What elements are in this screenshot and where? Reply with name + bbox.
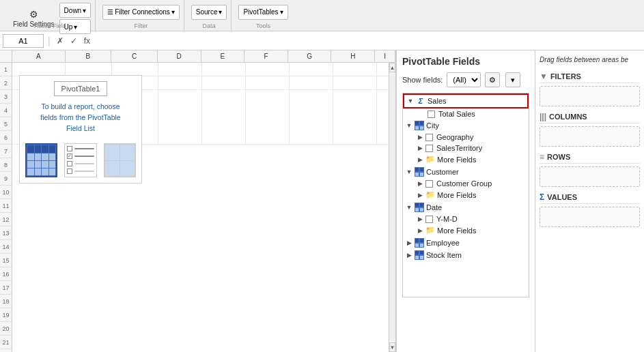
col-header-i[interactable]: I [375,50,395,62]
field-group-city: ▼ City ▶ Geography [403,119,529,166]
values-label: VALUES [547,193,577,201]
checkbox-geography[interactable] [425,134,433,141]
source-btn[interactable]: Source ▾ [191,5,227,20]
col-header-c[interactable]: C [111,50,158,62]
row-num-12: 12 [0,213,12,226]
filter-chevron-icon: ▾ [171,8,175,16]
row-num-4: 4 [0,104,12,117]
cell-a1[interactable] [12,63,66,76]
field-item-total-sales[interactable]: Total Sales [403,108,529,119]
field-item-geography-expand[interactable]: ▶ Geography [403,132,529,143]
down-label: Down [64,7,82,14]
scroll-down-btn[interactable]: ▼ [389,342,395,352]
gear-icon: ⚙ [489,76,496,85]
field-label-customer-group: Customer Group [436,179,492,188]
field-item-date[interactable]: ▼ Date [403,201,529,214]
col-header-f[interactable]: F [244,50,288,62]
vertical-scrollbar[interactable]: ▲ ▼ [389,63,395,352]
col-header-g[interactable]: G [288,50,332,62]
col-headers: A B C D E F G H I [0,50,395,63]
field-label-customer: Customer [426,168,459,176]
field-item-more-fields-city[interactable]: ▶ 📁 More Fields [403,153,529,166]
expand-arrow-more-city[interactable]: ▶ [417,156,423,163]
expand-arrow-customer-group[interactable]: ▶ [417,180,423,187]
cell-h1[interactable] [333,63,377,76]
field-item-ymd[interactable]: ▶ Y-M-D [403,214,529,224]
col-header-h[interactable]: H [331,50,375,62]
field-label-total-sales: Total Sales [438,110,475,118]
filters-drop-zone[interactable] [540,86,640,106]
svg-rect-4 [420,126,423,130]
formula-bar: | ✗ ✓ fx [0,31,644,50]
columns-drop-zone[interactable] [540,126,640,147]
row-num-8: 8 [0,158,12,172]
cell-d1[interactable] [158,63,202,76]
col-header-e[interactable]: E [201,50,245,62]
checkbox-sales-territory[interactable] [425,145,433,152]
show-fields-select[interactable]: (All) [447,72,481,87]
expand-arrow-date[interactable]: ▼ [406,204,412,211]
values-drop-zone[interactable] [540,207,640,227]
down-btn[interactable]: Down ▾ [59,3,92,18]
expand-arrow-sales[interactable]: ▼ [407,98,414,104]
down-chevron-icon: ▾ [83,7,86,14]
more-options-btn[interactable]: ▾ [505,72,520,87]
cancel-formula-icon[interactable]: ✗ [55,36,66,46]
cell-b1[interactable] [66,63,112,76]
pivot-tables-btn[interactable]: PivotTables ▾ [238,5,288,20]
expand-arrow-ymd[interactable]: ▶ [417,216,423,222]
expand-arrow-more-customer[interactable]: ▶ [417,192,423,199]
field-item-more-fields-date[interactable]: ▶ 📁 More Fields [403,224,529,237]
expand-arrow-employee[interactable]: ▶ [406,239,412,246]
formula-separator: | [46,35,52,46]
expand-arrow-more-date[interactable]: ▶ [417,227,423,234]
cell-e1[interactable] [202,63,246,76]
field-item-sales-territory[interactable]: ▶ SalesTerritory [403,143,529,153]
expand-arrow-sales-territory[interactable]: ▶ [417,145,423,151]
cell-f1[interactable] [246,63,290,76]
col-header-b[interactable]: B [66,50,112,62]
col-header-a[interactable]: A [12,50,66,62]
field-label-city: City [426,121,439,130]
col-header-d[interactable]: D [158,50,201,62]
field-item-more-fields-customer[interactable]: ▶ 📁 More Fields [403,189,529,201]
expand-arrow-city[interactable]: ▼ [406,122,412,129]
svg-rect-2 [420,121,423,125]
gear-button[interactable]: ⚙ [485,72,500,87]
expand-arrow-stock-item[interactable]: ▶ [406,252,412,259]
field-item-city[interactable]: ▼ City [403,119,529,132]
filter-connections-btn[interactable]: ☰ Filter Connections ▾ [102,5,180,20]
chevron-down-icon: ▾ [511,76,515,85]
cell-g1[interactable] [290,63,333,76]
field-item-customer[interactable]: ▼ Customer [403,166,529,178]
field-group-sales: ▼ Σ Sales Total Sales [403,93,529,119]
field-item-customer-group[interactable]: ▶ Customer Group [403,178,529,189]
scroll-track[interactable] [389,72,395,342]
svg-rect-22 [420,251,423,254]
scroll-up-btn[interactable]: ▲ [389,63,395,72]
sigma-icon-sales: Σ [416,96,425,106]
row-num-14: 14 [0,240,12,254]
pivot-fields-panel: PivotTable Fields Show fields: (All) ⚙ ▾… [396,50,535,352]
expand-arrow-customer[interactable]: ▼ [406,168,412,175]
field-item-employee[interactable]: ▶ Employee [403,237,529,249]
expand-arrow-geography[interactable]: ▶ [417,134,423,141]
row-num-19: 19 [0,308,12,322]
checkbox-total-sales[interactable] [428,111,435,118]
cell-c1[interactable] [112,63,158,76]
confirm-formula-icon[interactable]: ✓ [68,36,79,46]
cell-i1[interactable] [377,63,389,76]
spreadsheet: A B C D E F G H I 1 2 3 4 5 6 7 8 9 10 1 [0,50,396,352]
field-list[interactable]: ▼ Σ Sales Total Sales ▼ [402,93,529,297]
svg-rect-11 [415,203,419,207]
insert-function-icon[interactable]: fx [82,36,92,46]
cell-reference-input[interactable] [3,34,44,48]
field-item-stock-item[interactable]: ▶ Stock Item [403,249,529,261]
rows-section: ≡ ROWS [540,151,640,187]
formula-input[interactable] [95,37,641,45]
pivot-instruction: To build a report, choose fields from th… [25,102,136,134]
checkbox-customer-group[interactable] [425,180,433,188]
field-item-sales[interactable]: ▼ Σ Sales [403,93,529,108]
rows-drop-zone[interactable] [540,166,640,187]
checkbox-ymd[interactable] [425,216,433,223]
